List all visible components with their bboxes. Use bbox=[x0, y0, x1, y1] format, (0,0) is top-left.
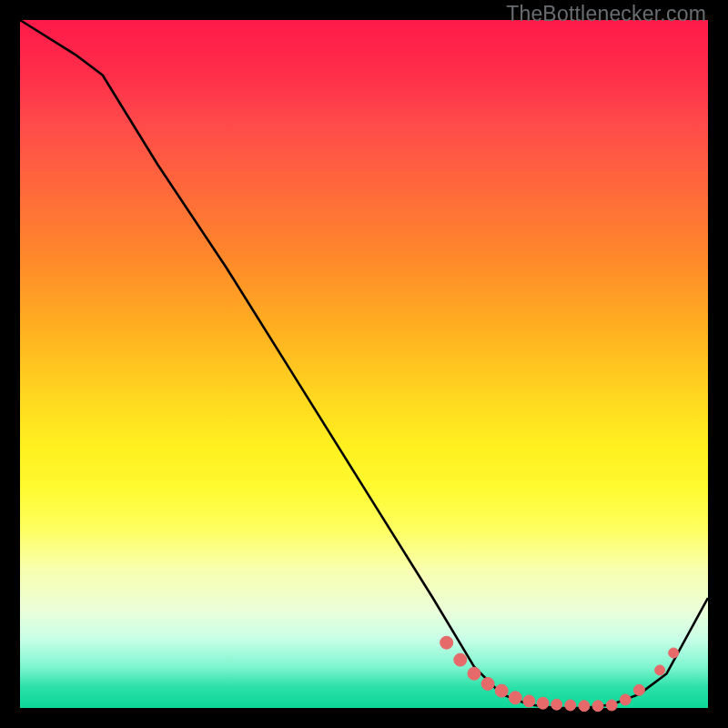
watermark-text: TheBottlenecker.com bbox=[506, 2, 706, 26]
chart-container: TheBottlenecker.com bbox=[0, 0, 728, 728]
plot-gradient-area bbox=[20, 20, 708, 708]
